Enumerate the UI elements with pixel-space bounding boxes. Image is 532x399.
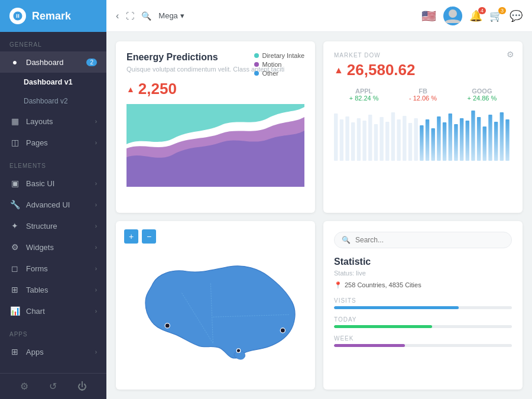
svg-rect-5 [357,118,361,161]
expand-button[interactable]: ⛶ [126,11,134,21]
sidebar-item-basic-ui[interactable]: ▣ Basic UI › [0,173,106,194]
stats-search-bar[interactable]: 🔍 [334,232,512,248]
layouts-arrow: › [95,118,97,125]
pages-arrow: › [95,140,97,146]
goog-name: GOOG [467,87,497,95]
svg-rect-17 [426,119,429,161]
stats-search-input[interactable] [355,236,504,244]
chart-icon: 📊 [9,306,20,316]
search-topbar-icon[interactable]: 🔍 [141,11,151,21]
sidebar-footer: ⚙ ↺ ⏻ [0,373,106,399]
structure-icon: ✦ [9,220,20,231]
svg-rect-9 [379,117,383,161]
basic-ui-label: Basic UI [26,179,54,188]
apps-label: Apps [26,348,44,356]
dashboard-v1-label: Dashboard v1 [24,78,73,86]
svg-rect-12 [397,119,400,161]
dashboard-badge: 2 [86,59,97,66]
chart-arrow: › [95,308,97,314]
sidebar-item-apps[interactable]: ⊞ Apps › [0,341,106,362]
notification-count-badge: 4 [478,7,486,14]
week-label: WEEK [334,335,512,342]
market-number: 26,580.62 [347,61,416,79]
map-zoom-out-button[interactable]: − [142,229,156,244]
map-zoom-in-button[interactable]: + [124,229,138,244]
sidebar-item-tables[interactable]: ⊞ Tables › [0,279,106,300]
sidebar-item-widgets[interactable]: ⚙ Widgets › [0,236,106,258]
tables-label: Tables [26,286,48,294]
mega-menu-button[interactable]: Mega ▾ [158,11,184,20]
sidebar: Remark GENERAL ● Dashboard 2 Dashboard v… [0,0,106,399]
tables-icon: ⊞ [9,284,20,295]
svg-rect-10 [385,122,389,161]
energy-number: 2,250 [138,80,177,98]
energy-predictions-card: Eneergy Predictions Quisque volutpat con… [116,41,315,213]
svg-rect-27 [483,126,486,161]
dashboard-icon: ● [9,57,20,67]
svg-rect-28 [488,115,492,161]
svg-rect-29 [494,122,498,161]
energy-legend: Diretary Intake Motion Other [254,52,304,77]
svg-point-0 [449,9,457,18]
svg-rect-31 [505,119,509,161]
other-dot [254,71,259,76]
svg-point-37 [236,349,241,353]
sidebar-item-dashboard[interactable]: ● Dashboard 2 [0,51,106,73]
footer-settings-icon[interactable]: ⚙ [20,381,28,392]
section-label-general: GENERAL [0,32,106,51]
notification-bell-button[interactable]: 🔔 4 [469,9,482,22]
advanced-ui-icon: 🔧 [9,199,20,210]
market-value: ▲ 26,580.62 [334,61,512,79]
fb-value: - 12.06 % [409,95,437,102]
energy-value: ▲ 2,250 [126,80,304,98]
svg-rect-11 [391,112,395,161]
sidebar-item-dashboard-v2[interactable]: Dashboard v2 [0,92,106,111]
other-label: Other [262,70,278,77]
structure-label: Structure [26,222,57,231]
structure-arrow: › [95,223,97,229]
market-settings-icon[interactable]: ⚙ [507,50,514,59]
svg-rect-6 [362,121,366,161]
dashboard-v2-label: Dashboard v2 [24,97,68,105]
footer-power-icon[interactable]: ⏻ [77,381,87,392]
svg-rect-8 [374,124,378,161]
svg-rect-25 [471,111,475,161]
chat-icon[interactable]: 💬 [510,9,523,22]
mega-arrow-icon: ▾ [180,11,184,20]
goog-value: + 24.86 % [467,95,497,102]
svg-rect-7 [368,115,372,161]
sidebar-item-structure[interactable]: ✦ Structure › [0,215,106,236]
topbar: ‹ ⛶ 🔍 Mega ▾ 🇺🇸 🔔 4 🛒 3 💬 [106,0,532,32]
stock-appl: APPL + 82.24 % [349,87,379,102]
user-avatar[interactable] [443,7,462,25]
sidebar-item-chart[interactable]: 📊 Chart › [0,300,106,322]
svg-rect-4 [351,122,355,161]
footer-refresh-icon[interactable]: ↺ [49,381,57,392]
app-logo [9,8,26,24]
forms-icon: ◻ [9,263,20,274]
dietary-label: Diretary Intake [262,52,304,59]
flag-icon[interactable]: 🇺🇸 [421,9,436,23]
appl-name: APPL [349,87,379,95]
sidebar-item-pages[interactable]: ◫ Pages › [0,132,106,153]
sidebar-nav: GENERAL ● Dashboard 2 Dashboard v1 Dashb… [0,32,106,373]
pages-icon: ◫ [9,137,20,148]
brand-name: Remark [32,10,71,22]
today-bar-bg [334,325,512,328]
sidebar-item-advanced-ui[interactable]: 🔧 Advanced UI › [0,194,106,215]
svg-rect-24 [466,121,469,161]
sidebar-item-forms[interactable]: ◻ Forms › [0,258,106,279]
sidebar-item-layouts[interactable]: ▦ Layouts › [0,111,106,132]
back-button[interactable]: ‹ [116,11,119,21]
sidebar-item-dashboard-v1[interactable]: Dashboard v1 [0,73,106,92]
notification-cart-button[interactable]: 🛒 3 [489,9,502,22]
market-stocks: APPL + 82.24 % FB - 12.06 % GOOG + 24.86… [334,87,512,102]
motion-dot [254,62,259,67]
australia-map [124,248,307,366]
fb-name: FB [409,87,437,95]
energy-wave-chart [126,104,304,187]
market-dow-card: ⚙ MARKET DOW ▲ 26,580.62 APPL + 82.24 % … [323,41,523,213]
svg-rect-20 [443,122,446,161]
stats-card: 🔍 Statistic Status: live 📍 258 Countries… [323,221,523,390]
stats-status: Status: live [334,270,512,277]
